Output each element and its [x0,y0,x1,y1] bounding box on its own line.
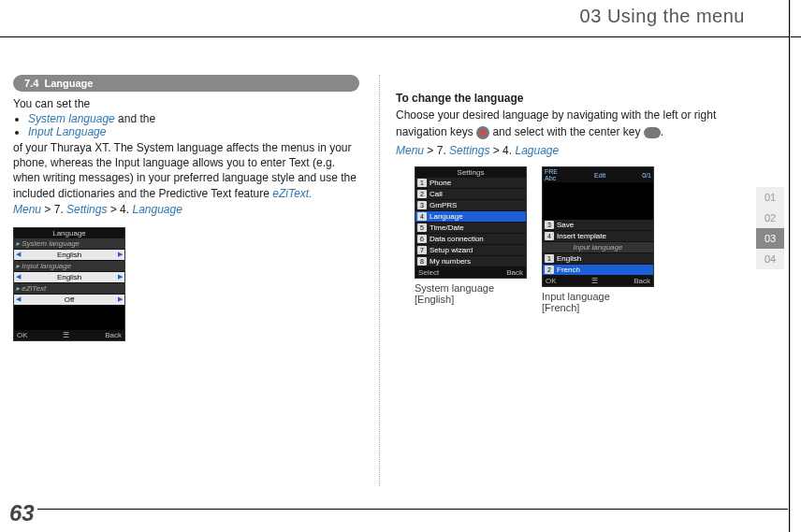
softkey-back3: Back [634,277,650,285]
nav-key-icon [476,126,489,139]
section-heading: 7.4 Language [13,75,359,92]
option-french: French [557,266,580,274]
phone-screenshots-row: Settings 1Phone 2Call 3GmPRS 4Language 5… [415,166,728,313]
bullet-input-language: Input Language [28,125,362,138]
right-heading: To change the language [396,92,728,105]
softkey-ok: OK [17,331,28,339]
group-input-lang: Input language [574,243,623,252]
softkey-back: Back [105,331,122,339]
right-body: Choose your desired language by navigati… [396,107,728,140]
bullet-suffix: and the [115,112,155,125]
phone-title: Language [14,228,124,238]
section-number: 7.4 [24,78,38,89]
footer-rule [37,509,788,510]
link-system-language: System language [28,112,115,125]
chapter-title: 03 Using the menu [580,6,745,27]
phone-edit-title: Edit [594,172,605,179]
phone-settings-title: Settings [415,167,526,178]
path-menu: Menu [13,203,41,216]
ezitext-link: eZiText. [272,187,312,200]
side-tab-02: 02 [756,208,784,228]
path-language: Language [132,203,182,216]
bullet-system-language: System language and the [28,112,362,125]
path-settings-r: Settings [449,144,489,157]
page-number: 63 [9,500,35,526]
caption-input-language: Input language[French] [542,291,654,313]
content-area: 7.4 Language You can set the System lang… [13,75,745,341]
side-tab-04: 04 [756,249,784,269]
phone-screenshot-language: Language ▸ System language ◀English▶ ▸ I… [13,227,362,341]
group-ezitext: eZiText [22,284,46,293]
path-laguage-r: Laguage [515,144,559,157]
phone-edit-count: 0/1 [642,172,651,179]
link-input-language: Input Language [28,125,106,138]
left-body: of your Thuraya XT. The System language … [13,140,362,201]
side-tab-01: 01 [756,187,784,208]
caption-system-language: System language[English] [415,282,527,305]
phone-screenshot-edit: FREAbcEdit0/1 3Save 4Insert template Inp… [542,166,654,313]
right-column: To change the language Choose your desir… [379,75,745,341]
side-tab-03: 03 [756,228,784,249]
margin-rule-light [790,0,791,532]
menu-path-right: Menu > 7. Settings > 4. Laguage [396,144,728,157]
menu-path-left: Menu > 7. Settings > 4. Language [13,203,362,216]
val-english: English [57,251,81,259]
path-settings: Settings [66,203,107,216]
left-column: 7.4 Language You can set the System lang… [13,75,379,341]
group-system-language: System language [22,239,80,248]
group-input-language: Input language [22,262,71,270]
softkey-ok2: OK [546,277,557,285]
section-title: Language [44,78,93,89]
side-tabs: 01 02 03 04 [756,187,784,269]
softkey-back2: Back [506,268,523,277]
path-menu-r: Menu [396,144,424,157]
softkey-select: Select [418,268,439,277]
center-key-icon [644,127,661,138]
phone-screenshot-settings: Settings 1Phone 2Call 3GmPRS 4Language 5… [415,166,527,313]
settings-item-language: Language [430,212,463,221]
val-english2: English [57,273,81,281]
left-intro: You can set the [13,97,362,110]
page-header: 03 Using the menu [0,0,801,37]
bullet-list: System language and the Input Language [28,112,362,138]
val-off: Off [65,295,75,304]
